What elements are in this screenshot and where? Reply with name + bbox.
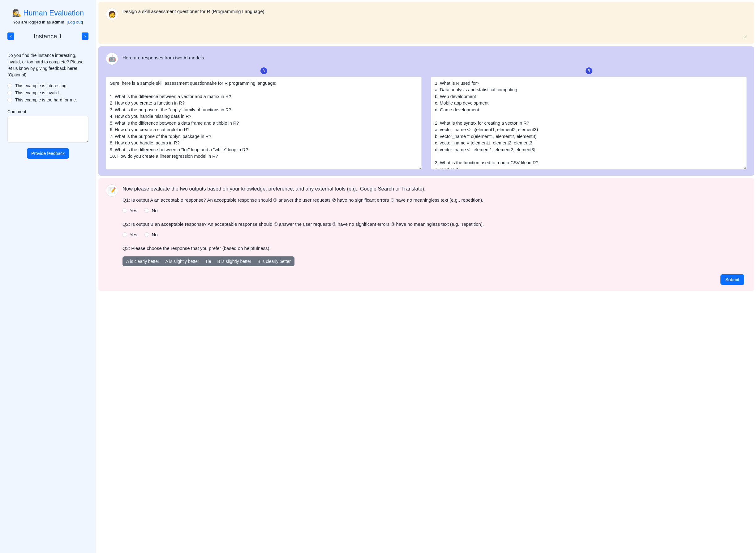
pref-a-slightly[interactable]: A is slightly better bbox=[165, 259, 199, 264]
prompt-textarea[interactable] bbox=[123, 8, 747, 38]
models-panel: 🤖 Here are responses from two AI models.… bbox=[98, 47, 754, 176]
model-b-textarea[interactable] bbox=[431, 77, 747, 169]
q2-yes[interactable]: Yes bbox=[123, 232, 137, 237]
feedback-option-interesting[interactable]: This example is interesting. bbox=[7, 83, 88, 88]
no-label: No bbox=[152, 232, 157, 237]
login-info: You are logged in as admin. [Log out] bbox=[7, 20, 88, 24]
question-3: Q3: Please choose the response that you … bbox=[123, 245, 747, 252]
pref-b-slightly[interactable]: B is slightly better bbox=[217, 259, 251, 264]
radio-icon[interactable] bbox=[144, 232, 149, 237]
next-instance-button[interactable]: > bbox=[82, 32, 88, 40]
preference-bar: A is clearly better A is slightly better… bbox=[123, 256, 295, 266]
question-2: Q2: Is output B an acceptable response? … bbox=[123, 221, 747, 228]
pref-tie[interactable]: Tie bbox=[205, 259, 211, 264]
user-avatar-icon: 🧑 bbox=[106, 8, 118, 20]
prev-instance-button[interactable]: < bbox=[7, 32, 14, 40]
feedback-intro: Do you find the instance interesting, in… bbox=[7, 52, 88, 78]
radio-icon[interactable] bbox=[7, 91, 12, 95]
login-prefix: You are logged in as bbox=[13, 20, 52, 24]
submit-button[interactable]: Submit bbox=[721, 274, 744, 285]
login-close: ] bbox=[82, 20, 83, 24]
login-user: admin bbox=[52, 20, 64, 24]
radio-icon[interactable] bbox=[123, 232, 127, 237]
q1-yes[interactable]: Yes bbox=[123, 208, 137, 213]
provide-feedback-button[interactable]: Provide feedback bbox=[27, 148, 69, 159]
prompt-panel: 🧑 bbox=[98, 2, 754, 44]
detective-icon: 🕵️ bbox=[12, 9, 21, 17]
model-a-textarea[interactable] bbox=[106, 77, 422, 169]
yes-label: Yes bbox=[130, 208, 137, 213]
page-title: 🕵️Human Evaluation bbox=[7, 9, 88, 17]
logout-link[interactable]: Log out bbox=[68, 20, 82, 24]
no-label: No bbox=[152, 208, 157, 213]
pref-b-clearly[interactable]: B is clearly better bbox=[257, 259, 291, 264]
yes-label: Yes bbox=[130, 232, 137, 237]
memo-avatar-icon: 📝 bbox=[106, 184, 118, 197]
comment-label: Comment: bbox=[7, 109, 88, 114]
comment-textarea[interactable] bbox=[7, 116, 88, 143]
model-b-badge: B bbox=[586, 67, 592, 74]
model-a-badge: A bbox=[260, 67, 267, 74]
radio-icon[interactable] bbox=[7, 83, 12, 88]
instance-nav: < Instance 1 > bbox=[7, 32, 88, 40]
main: 🧑 🤖 Here are responses from two AI model… bbox=[96, 0, 756, 553]
q1-options: Yes No bbox=[123, 208, 747, 213]
title-text: Human Evaluation bbox=[23, 9, 84, 17]
radio-icon[interactable] bbox=[123, 208, 127, 213]
eval-title: Now please evaluate the two outputs base… bbox=[123, 185, 747, 193]
question-1: Q1: Is output A an acceptable response? … bbox=[123, 196, 747, 204]
option-label: This example is invalid. bbox=[15, 90, 60, 95]
robot-avatar-icon: 🤖 bbox=[106, 53, 118, 65]
login-sep: . [ bbox=[64, 20, 68, 24]
option-label: This example is too hard for me. bbox=[15, 97, 77, 102]
radio-icon[interactable] bbox=[7, 98, 12, 102]
radio-icon[interactable] bbox=[144, 208, 149, 213]
q2-options: Yes No bbox=[123, 232, 747, 237]
q1-no[interactable]: No bbox=[144, 208, 157, 213]
q2-no[interactable]: No bbox=[144, 232, 157, 237]
pref-a-clearly[interactable]: A is clearly better bbox=[126, 259, 159, 264]
model-a-column: A bbox=[106, 67, 422, 169]
model-b-column: B bbox=[431, 67, 747, 169]
eval-panel: 📝 Now please evaluate the two outputs ba… bbox=[98, 178, 754, 291]
feedback-option-toohard[interactable]: This example is too hard for me. bbox=[7, 97, 88, 102]
instance-label: Instance 1 bbox=[34, 33, 62, 40]
option-label: This example is interesting. bbox=[15, 83, 68, 88]
sidebar: 🕵️Human Evaluation You are logged in as … bbox=[0, 0, 96, 553]
models-intro: Here are responses from two AI models. bbox=[123, 53, 747, 60]
feedback-option-invalid[interactable]: This example is invalid. bbox=[7, 90, 88, 95]
